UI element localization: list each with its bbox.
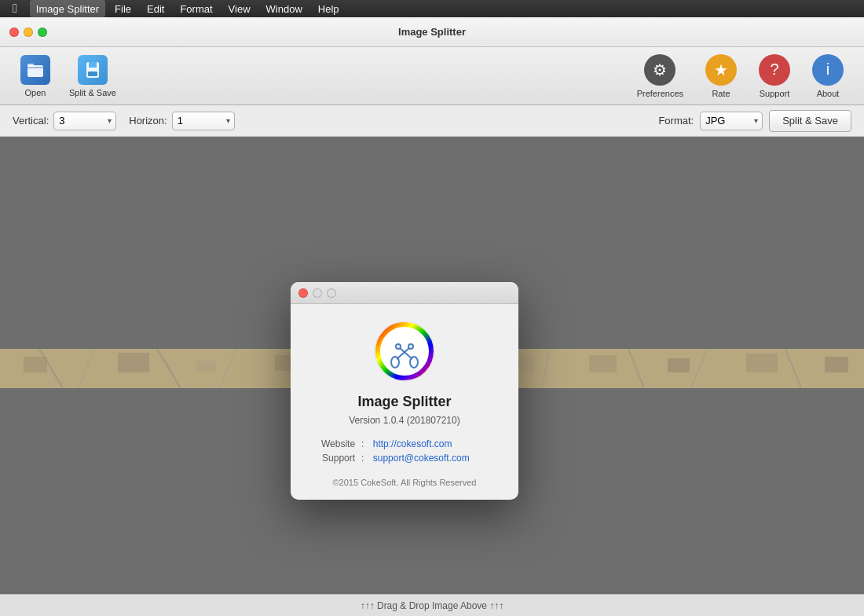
preferences-icon: ⚙ (644, 54, 675, 86)
view-menu-item[interactable]: View (222, 0, 257, 17)
format-group: Format: JPG PNG GIF BMP Split & Save (658, 110, 851, 132)
minimize-button[interactable] (24, 28, 33, 37)
copyright-text: ©2015 CokeSoft. All Rights Reserved (333, 478, 477, 487)
toolbar-right: ⚙ Preferences ★ Rate ? Support i About (629, 50, 851, 103)
app-menu-item[interactable]: Image Splitter (30, 0, 105, 17)
edit-menu-item[interactable]: Edit (141, 0, 170, 17)
support-icon: ? (759, 54, 790, 86)
horizon-label: Horizon: (129, 115, 167, 126)
app-logo (373, 320, 436, 383)
horizon-select-wrapper: 1 2 3 4 5 (172, 112, 235, 130)
format-select-wrapper: JPG PNG GIF BMP (700, 112, 763, 130)
svg-rect-0 (27, 65, 43, 77)
save-icon (78, 55, 108, 85)
horizon-select[interactable]: 1 2 3 4 5 (172, 112, 235, 130)
preferences-button[interactable]: ⚙ Preferences (629, 50, 691, 103)
dialog-content: Image Splitter Version 1.0.4 (201807210)… (291, 304, 518, 500)
app-version: Version 1.0.4 (201807210) (349, 415, 459, 426)
vertical-label: Vertical: (13, 115, 49, 126)
statusbar: ↑↑↑ Drag & Drop Image Above ↑↑↑ (0, 594, 864, 616)
rate-button[interactable]: ★ Rate (697, 50, 745, 103)
split-save-button[interactable]: Split & Save (769, 110, 851, 132)
svg-rect-17 (24, 357, 47, 372)
split-save-toolbar-button[interactable]: Split & Save (61, 50, 124, 102)
svg-rect-3 (89, 62, 97, 68)
support-label: Support (306, 451, 358, 465)
svg-rect-26 (746, 354, 778, 372)
maximize-button[interactable] (38, 28, 47, 37)
svg-rect-18 (118, 353, 149, 372)
menubar:  Image Splitter File Edit Format View W… (0, 0, 864, 17)
svg-rect-25 (668, 358, 690, 372)
split-save-toolbar-label: Split & Save (69, 88, 116, 97)
toolbar: Open Split & Save ⚙ Preferences ★ (0, 47, 864, 105)
vertical-select-wrapper: 1 2 3 4 5 (53, 112, 116, 130)
rate-icon: ★ (705, 54, 737, 86)
vertical-select[interactable]: 1 2 3 4 5 (53, 112, 116, 130)
svg-rect-19 (196, 361, 216, 372)
svg-rect-27 (825, 357, 848, 372)
svg-rect-1 (27, 64, 34, 67)
preferences-label: Preferences (637, 89, 683, 98)
horizon-group: Horizon: 1 2 3 4 5 (129, 112, 234, 130)
website-link-cell: http://cokesoft.com (370, 437, 503, 451)
website-label: Website (306, 437, 358, 451)
format-menu-item[interactable]: Format (174, 0, 218, 17)
vertical-group: Vertical: 1 2 3 4 5 (13, 112, 116, 130)
window-menu-item[interactable]: Window (260, 0, 309, 17)
dialog-titlebar (291, 282, 518, 304)
info-table: Website : http://cokesoft.com Support : … (306, 437, 503, 465)
open-label: Open (25, 88, 46, 97)
canvas-area: Image Splitter Version 1.0.4 (201807210)… (0, 137, 864, 594)
support-link-cell: support@cokesoft.com (370, 451, 503, 465)
rate-label: Rate (712, 89, 730, 98)
dialog-close-button[interactable] (298, 288, 308, 298)
statusbar-text: ↑↑↑ Drag & Drop Image Above ↑↑↑ (361, 600, 504, 611)
support-link[interactable]: support@cokesoft.com (373, 453, 470, 464)
about-icon: i (812, 54, 844, 86)
open-button[interactable]: Open (13, 50, 58, 102)
options-bar: Vertical: 1 2 3 4 5 Horizon: 1 2 3 4 (0, 105, 864, 137)
dialog-maximize-button (327, 288, 336, 298)
support-separator: : (358, 451, 370, 465)
app-name: Image Splitter (357, 394, 451, 410)
main-content: Image Splitter Open (0, 17, 864, 616)
toolbar-left: Open Split & Save (13, 50, 620, 102)
website-link[interactable]: http://cokesoft.com (373, 438, 452, 449)
support-button[interactable]: ? Support (751, 50, 798, 103)
file-menu-item[interactable]: File (108, 0, 137, 17)
website-separator: : (358, 437, 370, 451)
open-icon (20, 55, 50, 85)
dialog-minimize-button (313, 288, 322, 298)
about-button[interactable]: i About (804, 50, 851, 103)
about-label: About (817, 89, 840, 98)
apple-menu-item[interactable]:  (6, 0, 24, 17)
close-button[interactable] (9, 28, 19, 37)
about-dialog: Image Splitter Version 1.0.4 (201807210)… (291, 282, 518, 500)
support-label: Support (760, 89, 790, 98)
window-title: Image Splitter (398, 26, 466, 38)
svg-rect-24 (589, 355, 617, 372)
format-select[interactable]: JPG PNG GIF BMP (700, 112, 763, 130)
svg-rect-4 (88, 72, 97, 76)
window-controls (9, 28, 47, 37)
titlebar: Image Splitter (0, 17, 864, 47)
format-label: Format: (658, 115, 694, 126)
help-menu-item[interactable]: Help (312, 0, 346, 17)
